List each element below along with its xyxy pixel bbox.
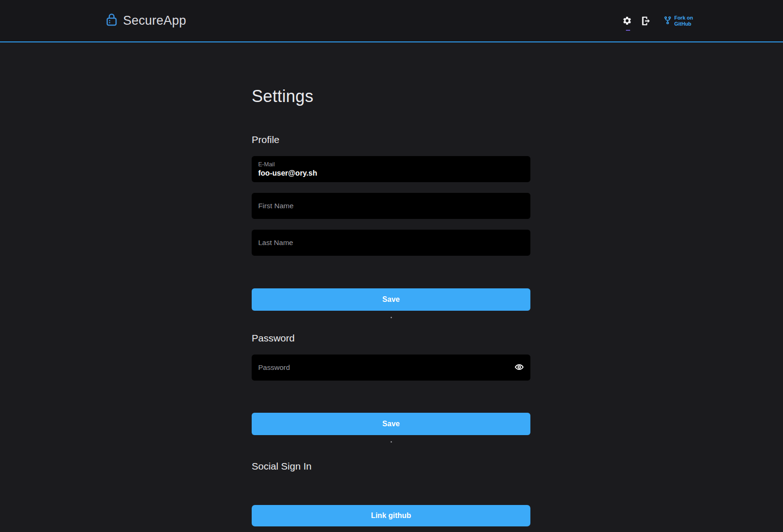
- app-logo-group[interactable]: SecureApp: [106, 13, 186, 28]
- first-name-field[interactable]: [258, 202, 524, 210]
- gear-icon: [622, 16, 632, 26]
- app-title: SecureApp: [123, 14, 186, 28]
- email-field-wrapper: E-Mail: [252, 156, 530, 182]
- toggle-password-visibility-button[interactable]: [512, 362, 526, 373]
- save-profile-button[interactable]: Save: [252, 288, 530, 311]
- link-github-button[interactable]: Link github: [252, 505, 530, 526]
- email-field[interactable]: [258, 169, 524, 177]
- password-form-dot: [391, 441, 392, 443]
- logout-icon: [640, 16, 651, 26]
- logout-button[interactable]: [640, 15, 651, 27]
- app-header: SecureApp: [0, 0, 783, 42]
- first-name-field-wrapper: [252, 193, 530, 219]
- email-field-label: E-Mail: [258, 161, 524, 168]
- password-field-wrapper: [252, 355, 530, 381]
- profile-form-dot: [391, 317, 392, 318]
- save-password-button[interactable]: Save: [252, 413, 530, 435]
- settings-page: Settings Profile E-Mail Save Password Sa…: [252, 42, 530, 526]
- eye-icon: [513, 362, 525, 373]
- password-field[interactable]: [258, 363, 543, 372]
- lock-icon: [106, 13, 117, 28]
- header-actions: Fork on GitHub: [622, 15, 693, 27]
- git-fork-icon: [664, 16, 672, 26]
- fork-on-github-link[interactable]: Fork on GitHub: [664, 15, 693, 27]
- password-section-heading: Password: [252, 333, 530, 344]
- last-name-field-wrapper: [252, 230, 530, 256]
- profile-section-heading: Profile: [252, 134, 530, 145]
- fork-link-text: Fork on GitHub: [674, 15, 693, 27]
- social-section-heading: Social Sign In: [252, 461, 530, 472]
- settings-button[interactable]: [622, 15, 633, 27]
- last-name-field[interactable]: [258, 239, 524, 247]
- page-title: Settings: [252, 42, 530, 106]
- focus-underline: [626, 30, 630, 31]
